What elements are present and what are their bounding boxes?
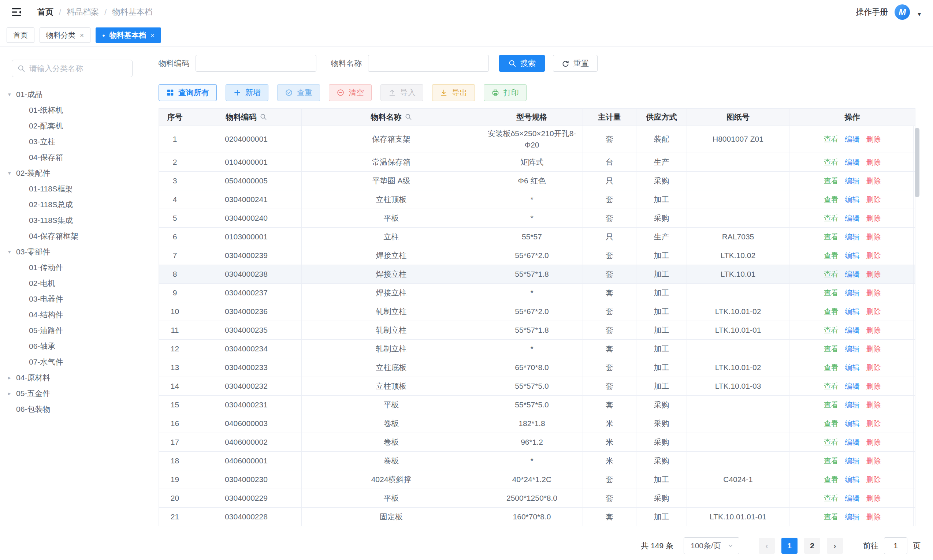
- reset-button[interactable]: 重置: [553, 55, 597, 72]
- delete-link[interactable]: 删除: [866, 456, 881, 466]
- delete-link[interactable]: 删除: [866, 362, 881, 373]
- tree-node-04-保存箱框架[interactable]: 04-保存箱框架: [8, 228, 152, 244]
- edit-link[interactable]: 编辑: [845, 157, 860, 168]
- manual-link[interactable]: 操作手册: [856, 6, 888, 18]
- 查重-button[interactable]: 查重: [277, 84, 320, 101]
- edit-link[interactable]: 编辑: [845, 134, 860, 145]
- edit-link[interactable]: 编辑: [845, 325, 860, 335]
- view-link[interactable]: 查看: [824, 194, 839, 205]
- view-link[interactable]: 查看: [824, 325, 839, 335]
- avatar[interactable]: M: [895, 5, 910, 20]
- tree-node-03-立柱[interactable]: 03-立柱: [8, 134, 152, 149]
- material-name-input[interactable]: [368, 55, 489, 72]
- delete-link[interactable]: 删除: [866, 250, 881, 261]
- tree-caret-icon[interactable]: ▸: [8, 390, 16, 397]
- edit-link[interactable]: 编辑: [845, 493, 860, 504]
- page-size-select[interactable]: 100条/页: [684, 537, 739, 554]
- view-link[interactable]: 查看: [824, 288, 839, 298]
- search-icon[interactable]: [405, 113, 412, 120]
- delete-link[interactable]: 删除: [866, 474, 881, 485]
- 新增-button[interactable]: 新增: [226, 84, 268, 101]
- view-link[interactable]: 查看: [824, 418, 839, 429]
- tree-node-01-118S框架[interactable]: 01-118S框架: [8, 181, 152, 197]
- tree-node-03-118S集成[interactable]: 03-118S集成: [8, 212, 152, 228]
- tab-首页[interactable]: 首页: [6, 28, 34, 43]
- edit-link[interactable]: 编辑: [845, 362, 860, 373]
- delete-link[interactable]: 删除: [866, 269, 881, 280]
- delete-link[interactable]: 删除: [866, 512, 881, 522]
- collapse-menu-icon[interactable]: [10, 6, 23, 18]
- close-icon[interactable]: ×: [80, 32, 84, 39]
- material-code-input[interactable]: [196, 55, 316, 72]
- edit-link[interactable]: 编辑: [845, 344, 860, 354]
- edit-link[interactable]: 编辑: [845, 250, 860, 261]
- delete-link[interactable]: 删除: [866, 232, 881, 242]
- tree-node-01-成品[interactable]: ▾01-成品: [8, 86, 152, 102]
- 打印-button[interactable]: 打印: [484, 84, 527, 101]
- edit-link[interactable]: 编辑: [845, 418, 860, 429]
- view-link[interactable]: 查看: [824, 456, 839, 466]
- tree-caret-icon[interactable]: ▾: [8, 249, 16, 255]
- edit-link[interactable]: 编辑: [845, 176, 860, 186]
- delete-link[interactable]: 删除: [866, 134, 881, 145]
- tree-node-02-装配件[interactable]: ▾02-装配件: [8, 165, 152, 181]
- delete-link[interactable]: 删除: [866, 306, 881, 317]
- tree-node-01-传动件[interactable]: 01-传动件: [8, 260, 152, 275]
- breadcrumb-item[interactable]: 物料基本档: [112, 6, 152, 18]
- delete-link[interactable]: 删除: [866, 400, 881, 410]
- view-link[interactable]: 查看: [824, 157, 839, 168]
- edit-link[interactable]: 编辑: [845, 288, 860, 298]
- delete-link[interactable]: 删除: [866, 493, 881, 504]
- tree-node-04-结构件[interactable]: 04-结构件: [8, 307, 152, 323]
- search-button[interactable]: 搜索: [499, 55, 545, 72]
- tree-caret-icon[interactable]: ▾: [8, 91, 16, 98]
- next-page-button[interactable]: ›: [827, 538, 843, 554]
- edit-link[interactable]: 编辑: [845, 306, 860, 317]
- edit-link[interactable]: 编辑: [845, 269, 860, 280]
- tree-node-05-五金件[interactable]: ▸05-五金件: [8, 385, 152, 401]
- tree-node-02-配套机[interactable]: 02-配套机: [8, 118, 152, 134]
- view-link[interactable]: 查看: [824, 213, 839, 224]
- delete-link[interactable]: 删除: [866, 381, 881, 392]
- 导出-button[interactable]: 导出: [432, 84, 475, 101]
- delete-link[interactable]: 删除: [866, 325, 881, 335]
- edit-link[interactable]: 编辑: [845, 474, 860, 485]
- prev-page-button[interactable]: ‹: [759, 538, 775, 554]
- page-button-2[interactable]: 2: [804, 538, 820, 554]
- edit-link[interactable]: 编辑: [845, 512, 860, 522]
- goto-page-input[interactable]: [884, 537, 907, 554]
- chevron-down-icon[interactable]: ▼: [916, 11, 922, 17]
- view-link[interactable]: 查看: [824, 250, 839, 261]
- delete-link[interactable]: 删除: [866, 157, 881, 168]
- edit-link[interactable]: 编辑: [845, 232, 860, 242]
- scrollbar-thumb[interactable]: [915, 128, 919, 197]
- delete-link[interactable]: 删除: [866, 437, 881, 448]
- delete-link[interactable]: 删除: [866, 176, 881, 186]
- tree-node-03-零部件[interactable]: ▾03-零部件: [8, 244, 152, 260]
- 查询所有-button[interactable]: 查询所有: [159, 84, 217, 101]
- tree-caret-icon[interactable]: ▸: [8, 374, 16, 381]
- tree-node-04-原材料[interactable]: ▸04-原材料: [8, 370, 152, 385]
- 清空-button[interactable]: 清空: [329, 84, 372, 101]
- delete-link[interactable]: 删除: [866, 288, 881, 298]
- view-link[interactable]: 查看: [824, 512, 839, 522]
- search-icon[interactable]: [260, 113, 267, 120]
- breadcrumb-item[interactable]: 料品档案: [67, 6, 99, 18]
- view-link[interactable]: 查看: [824, 437, 839, 448]
- view-link[interactable]: 查看: [824, 232, 839, 242]
- edit-link[interactable]: 编辑: [845, 213, 860, 224]
- breadcrumb-item[interactable]: 首页: [37, 6, 54, 18]
- delete-link[interactable]: 删除: [866, 213, 881, 224]
- view-link[interactable]: 查看: [824, 306, 839, 317]
- edit-link[interactable]: 编辑: [845, 437, 860, 448]
- view-link[interactable]: 查看: [824, 400, 839, 410]
- view-link[interactable]: 查看: [824, 344, 839, 354]
- tree-node-06-包装物[interactable]: 06-包装物: [8, 401, 152, 417]
- view-link[interactable]: 查看: [824, 493, 839, 504]
- close-icon[interactable]: ×: [151, 32, 154, 39]
- view-link[interactable]: 查看: [824, 176, 839, 186]
- view-link[interactable]: 查看: [824, 474, 839, 485]
- tree-node-02-118S总成[interactable]: 02-118S总成: [8, 197, 152, 212]
- category-search-input[interactable]: [29, 64, 127, 73]
- vertical-scrollbar[interactable]: [913, 126, 921, 526]
